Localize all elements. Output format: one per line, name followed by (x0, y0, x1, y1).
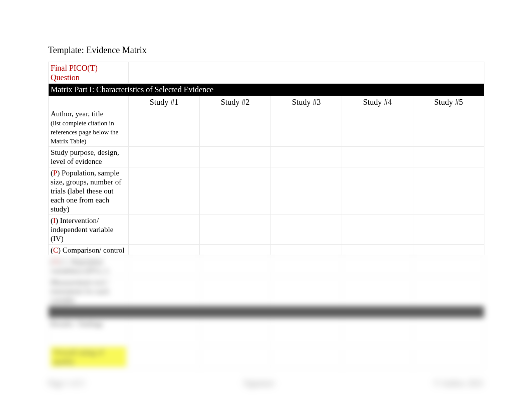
row-results-blur: Results / findings (49, 318, 484, 345)
cell-r6-s3 (271, 256, 342, 276)
cell-r7-s3 (271, 276, 342, 306)
pico-answer-cell (129, 62, 484, 84)
cell-r1-s2 (200, 108, 271, 146)
section-1-row: Matrix Part I: Characteristics of Select… (49, 84, 484, 96)
row-purpose-label: Study purpose, design, level of evidence (49, 146, 129, 167)
cell-r1-s5 (413, 108, 484, 146)
cell-r7-s5 (413, 276, 484, 306)
o-letter: O (53, 258, 59, 266)
cell-r9-s2 (200, 345, 271, 368)
cell-r6-s4 (342, 256, 413, 276)
row-measure-label: Measurement tool / instrument for each v… (49, 276, 129, 306)
row-highlight-blur: Overall rating of quality (49, 345, 484, 368)
cell-r1-s3 (271, 108, 342, 146)
col-head-study4: Study #4 (342, 96, 413, 108)
cell-r4-s2 (200, 215, 271, 244)
col-head-study1: Study #1 (129, 96, 200, 108)
cell-r4-s3 (271, 215, 342, 244)
row-highlight-cell: Overall rating of quality (49, 345, 129, 368)
pico-header-row: Final PICO(T) Question (49, 62, 484, 84)
document-page: Template: Evidence Matrix Final PICO(T) … (0, 0, 532, 412)
col-head-study2: Study #2 (200, 96, 271, 108)
cell-r9-s4 (342, 345, 413, 368)
row-outcome-label: (O) 1. Dependent variable(s) (DV); 2. (49, 256, 129, 276)
cell-r7-s2 (200, 276, 271, 306)
section-1-bar: Matrix Part I: Characteristics of Select… (49, 84, 484, 96)
cell-r3-s5 (413, 167, 484, 215)
cell-r1-s4 (342, 108, 413, 146)
evidence-matrix-table: Final PICO(T) Question Matrix Part I: Ch… (48, 62, 484, 368)
cell-r4-s1 (129, 215, 200, 244)
footer-left: Page 1 of 2 (48, 379, 84, 388)
cell-r4-s4 (342, 215, 413, 244)
page-footer: Page 1 of 2 Signature © Author, 2021 (48, 379, 484, 388)
row-results-label: Results / findings (49, 318, 129, 345)
cell-r7-s1 (129, 276, 200, 306)
c-letter: C (53, 246, 58, 254)
cell-r8-s4 (342, 318, 413, 345)
cell-r5-s2 (200, 244, 271, 256)
section-2-row: Matrix Part II: Critical Appraisal (49, 306, 484, 318)
cell-r3-s4 (342, 167, 413, 215)
cell-r8-s1 (129, 318, 200, 345)
cell-r2-s4 (342, 146, 413, 167)
cell-r2-s5 (413, 146, 484, 167)
cell-r8-s2 (200, 318, 271, 345)
cell-r3-s3 (271, 167, 342, 215)
col-head-study3: Study #3 (271, 96, 342, 108)
row-comparison-label: (C) Comparison/ control (49, 244, 129, 256)
row-comparison-main: Comparison/ control (61, 246, 125, 254)
highlight-label: Overall rating of quality (51, 347, 126, 367)
row-author-label: Author, year, title (list complete citat… (49, 108, 129, 146)
row-measure-blur: Measurement tool / instrument for each v… (49, 276, 484, 306)
cell-r2-s3 (271, 146, 342, 167)
cell-r2-s1 (129, 146, 200, 167)
pico-line2: Question (51, 73, 80, 82)
cell-r8-s3 (271, 318, 342, 345)
row-author-sub: (list complete citation in references pa… (51, 119, 118, 145)
cell-r9-s1 (129, 345, 200, 368)
column-header-row: Study #1 Study #2 Study #3 Study #4 Stud… (49, 96, 484, 108)
row-intervention-main: Intervention/ independent variable (IV) (51, 217, 113, 243)
cell-r9-s3 (271, 345, 342, 368)
col-head-rowlabel (49, 96, 129, 108)
cell-r7-s4 (342, 276, 413, 306)
cell-r6-s2 (200, 256, 271, 276)
section-2-bar: Matrix Part II: Critical Appraisal (49, 306, 484, 318)
row-population: (P) Population, sample size, groups, num… (49, 167, 484, 215)
row-intervention: (I) Intervention/ independent variable (… (49, 215, 484, 244)
cell-r3-s2 (200, 167, 271, 215)
cell-r5-s4 (342, 244, 413, 256)
row-intervention-label: (I) Intervention/ independent variable (… (49, 215, 129, 244)
cell-r5-s5 (413, 244, 484, 256)
row-author-main: Author, year, title (51, 110, 103, 118)
row-population-label: (P) Population, sample size, groups, num… (49, 167, 129, 215)
cell-r6-s1 (129, 256, 200, 276)
row-population-main: Population, sample size, groups, number … (51, 169, 121, 213)
cell-r6-s5 (413, 256, 484, 276)
col-head-study5: Study #5 (413, 96, 484, 108)
row-author: Author, year, title (list complete citat… (49, 108, 484, 146)
cell-r3-s1 (129, 167, 200, 215)
cell-r2-s2 (200, 146, 271, 167)
document-title: Template: Evidence Matrix (48, 45, 484, 56)
cell-r8-s5 (413, 318, 484, 345)
footer-center: Signature (244, 379, 275, 388)
row-outcome: (O) 1. Dependent variable(s) (DV); 2. (49, 256, 484, 276)
cell-r1-s1 (129, 108, 200, 146)
pico-line1: Final PICO(T) (51, 64, 98, 72)
row-comparison: (C) Comparison/ control (49, 244, 484, 256)
footer-right: © Author, 2021 (434, 379, 484, 388)
cell-r9-s5 (413, 345, 484, 368)
row-purpose: Study purpose, design, level of evidence (49, 146, 484, 167)
pico-header-cell: Final PICO(T) Question (49, 62, 129, 84)
cell-r5-s3 (271, 244, 342, 256)
cell-r5-s1 (129, 244, 200, 256)
cell-r4-s5 (413, 215, 484, 244)
